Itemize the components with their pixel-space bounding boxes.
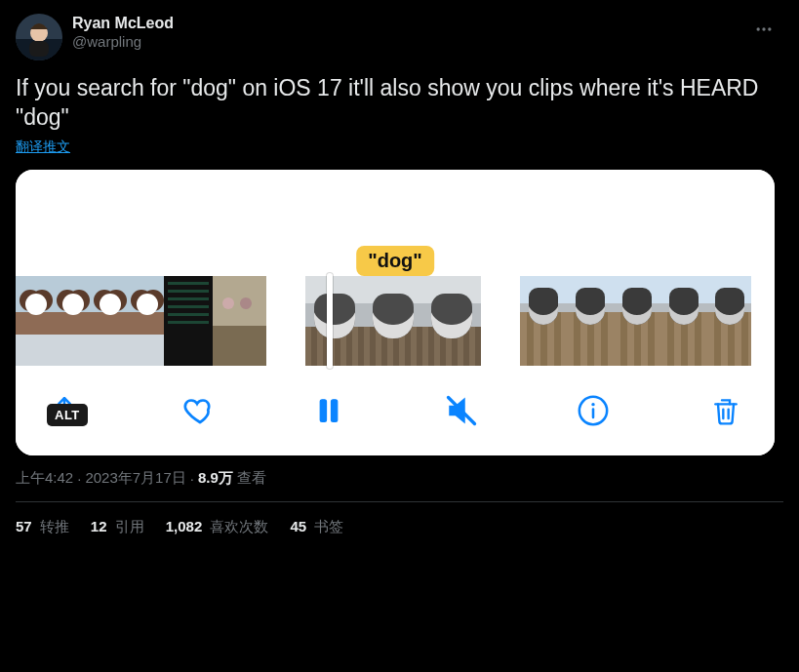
video-timeline[interactable] — [16, 275, 775, 368]
media-toolbar — [16, 368, 775, 455]
bookmarks-stat[interactable]: 45 书签 — [290, 518, 343, 536]
tweet-stats: 57 转推 12 引用 1,082 喜欢次数 45 书签 — [16, 502, 783, 536]
svg-rect-8 — [320, 400, 326, 422]
more-options-button[interactable] — [748, 14, 779, 45]
clip-group-3 — [520, 276, 751, 366]
clip-thumb[interactable] — [127, 276, 164, 366]
clip-thumb[interactable] — [53, 276, 90, 366]
clip-thumb[interactable] — [567, 276, 614, 366]
clip-thumb[interactable] — [660, 276, 707, 366]
clip-thumb[interactable] — [422, 276, 481, 366]
clip-thumb[interactable] — [16, 276, 53, 366]
tweet-text: If you search for "dog" on iOS 17 it'll … — [16, 74, 783, 133]
svg-point-5 — [762, 27, 765, 30]
timestamp[interactable]: 上午4:42 — [16, 469, 73, 488]
clip-thumb[interactable] — [164, 276, 213, 366]
tweet-meta: 上午4:42 · 2023年7月17日 · 8.9万 查看 — [16, 469, 783, 488]
like-button[interactable] — [176, 389, 219, 432]
clip-thumb[interactable] — [364, 276, 422, 366]
clip-thumb[interactable] — [707, 276, 751, 366]
retweets-stat[interactable]: 57 转推 — [16, 518, 69, 536]
pause-button[interactable] — [307, 389, 350, 432]
clip-group-1 — [16, 276, 266, 366]
tweet-container: Ryan McLeod @warpling If you search for … — [0, 0, 799, 536]
author-names: Ryan McLeod @warpling — [72, 14, 174, 52]
svg-rect-3 — [29, 41, 49, 57]
media-header-area: "dog" — [16, 170, 775, 275]
playhead[interactable] — [327, 273, 333, 369]
search-caption-tag: "dog" — [356, 246, 434, 276]
svg-rect-9 — [332, 400, 338, 422]
avatar[interactable] — [16, 14, 62, 60]
svg-point-4 — [757, 27, 760, 30]
svg-point-13 — [592, 403, 595, 406]
mute-button[interactable] — [440, 389, 483, 432]
tweet-header: Ryan McLeod @warpling — [16, 14, 783, 60]
clip-thumb[interactable] — [213, 276, 266, 366]
svg-point-6 — [768, 27, 771, 30]
views-label: 查看 — [237, 469, 266, 488]
translate-link[interactable]: 翻译推文 — [16, 138, 70, 156]
clip-thumb[interactable] — [90, 276, 127, 366]
display-name[interactable]: Ryan McLeod — [72, 14, 174, 33]
clip-thumb[interactable] — [305, 276, 364, 366]
clip-group-2 — [305, 276, 481, 366]
info-button[interactable] — [572, 389, 615, 432]
likes-stat[interactable]: 1,082 喜欢次数 — [166, 518, 269, 536]
clip-thumb[interactable] — [614, 276, 660, 366]
date[interactable]: 2023年7月17日 — [85, 469, 185, 488]
views-count: 8.9万 — [198, 469, 233, 488]
clip-thumb[interactable] — [520, 276, 567, 366]
quotes-stat[interactable]: 12 引用 — [91, 518, 144, 536]
delete-button[interactable] — [704, 389, 747, 432]
alt-badge[interactable]: ALT — [47, 404, 88, 426]
handle[interactable]: @warpling — [72, 33, 174, 52]
attached-media[interactable]: "dog" — [16, 170, 775, 455]
